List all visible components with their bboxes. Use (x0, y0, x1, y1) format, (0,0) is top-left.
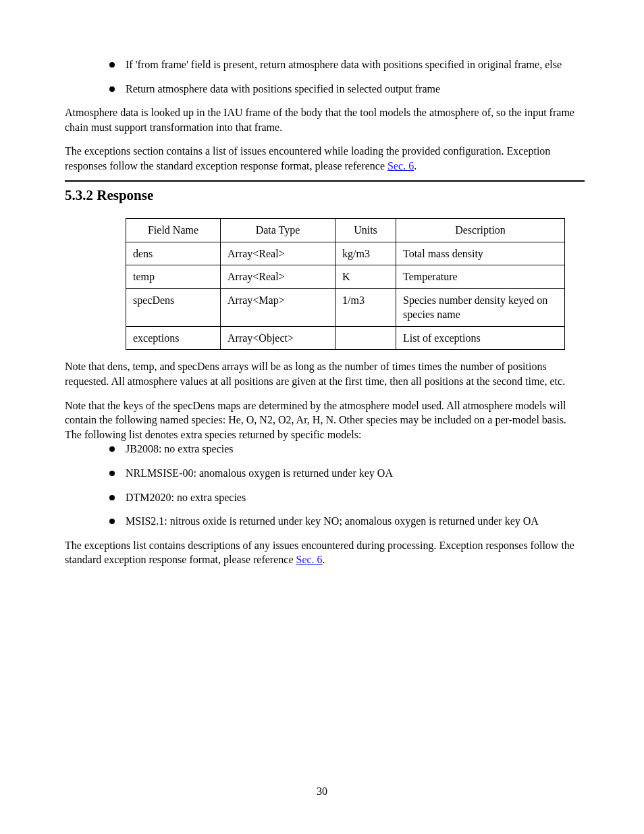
table-row: dens Array<Real> kg/m3 Total mass densit… (126, 242, 565, 265)
cell-field-name: dens (126, 242, 221, 265)
cell-description: Species number density keyed on species … (396, 288, 565, 326)
cell-data-type: Array<Object> (221, 326, 336, 350)
list-item: Return atmosphere data with positions sp… (65, 82, 585, 97)
list-item: NRLMSISE-00: anomalous oxygen is returne… (65, 466, 585, 481)
model-detail: no extra species (164, 443, 233, 454)
bullet-text: Return atmosphere data with positions sp… (126, 82, 585, 97)
bullet-dot-icon (109, 446, 115, 452)
table-row: temp Array<Real> K Temperature (126, 265, 565, 289)
bullet-text: DTM2020: no extra species (126, 490, 585, 505)
cell-field-name: specDens (126, 288, 221, 326)
cell-data-type: Array<Real> (221, 242, 336, 265)
top-bullet-list: If 'from frame' field is present, return… (65, 57, 585, 96)
text: , and (154, 361, 178, 372)
table-header-row: Field Name Data Type Units Description (126, 218, 565, 242)
paragraph: Note that dens, temp, and specDens array… (65, 359, 585, 388)
bullet-text: JB2008: no extra species (126, 442, 585, 457)
bullet-text: MSIS2.1: nitrous oxide is returned under… (126, 514, 585, 529)
code-text: specDens (173, 400, 215, 411)
cell-description: Temperature (396, 265, 565, 289)
model-name: DTM2020: (126, 492, 177, 503)
cell-units: K (336, 265, 396, 289)
cell-units: kg/m3 (336, 242, 396, 265)
text: . (323, 554, 325, 565)
cell-description: List of exceptions (396, 326, 565, 350)
paragraph-text: The exceptions section contains a list o… (65, 145, 550, 172)
section-link[interactable]: Sec. 6 (387, 160, 414, 172)
code-text: dens (107, 361, 127, 372)
paragraph-text: . (414, 160, 417, 172)
code-text: specDens (178, 361, 219, 372)
col-header-description: Description (396, 218, 565, 242)
bullet-dot-icon (109, 495, 115, 500)
table-row: exceptions Array<Object> List of excepti… (126, 326, 565, 350)
paragraph: The exceptions section contains a list o… (65, 144, 585, 173)
cell-units (336, 326, 396, 350)
model-name: MSIS2.1: (126, 515, 170, 527)
col-header-units: Units (336, 218, 396, 242)
bullet-text: If 'from frame' field is present, return… (126, 57, 585, 72)
model-detail: nitrous oxide is returned under key NO; … (170, 515, 539, 527)
bullet-dot-icon (109, 86, 115, 92)
paragraph: Atmosphere data is looked up in the IAU … (65, 105, 585, 134)
page-number: 30 (0, 784, 644, 799)
cell-units: 1/m3 (336, 288, 396, 326)
table-row: specDens Array<Map> 1/m3 Species number … (126, 288, 565, 326)
list-item: MSIS2.1: nitrous oxide is returned under… (65, 514, 585, 529)
list-item: If 'from frame' field is present, return… (65, 57, 585, 72)
response-table: Field Name Data Type Units Description d… (126, 218, 565, 350)
cell-field-name: temp (126, 265, 221, 289)
cell-data-type: Array<Map> (221, 288, 336, 326)
section-divider (65, 180, 585, 182)
model-name: NRLMSISE-00: (126, 467, 199, 479)
bullet-dot-icon (109, 471, 115, 476)
code-text: temp (132, 361, 154, 372)
bullet-dot-icon (109, 62, 115, 68)
page-content: If 'from frame' field is present, return… (65, 57, 585, 567)
model-name: JB2008: (126, 443, 164, 454)
col-header-field-name: Field Name (126, 218, 221, 242)
cell-data-type: Array<Real> (221, 265, 336, 289)
text: Note that (65, 361, 107, 372)
paragraph: The exceptions list contains description… (65, 538, 585, 567)
model-detail: anomalous oxygen is returned under key O… (199, 467, 393, 479)
model-detail: no extra species (177, 492, 246, 503)
section-link[interactable]: Sec. 6 (296, 554, 323, 565)
col-header-data-type: Data Type (221, 218, 336, 242)
list-item: DTM2020: no extra species (65, 490, 585, 505)
bullet-text: NRLMSISE-00: anomalous oxygen is returne… (126, 466, 585, 481)
text: Note that the keys of the (65, 400, 173, 411)
cell-description: Total mass density (396, 242, 565, 265)
paragraph: Note that the keys of the specDens maps … (65, 398, 585, 442)
model-species-list: JB2008: no extra species NRLMSISE-00: an… (65, 442, 585, 528)
cell-field-name: exceptions (126, 326, 221, 350)
section-heading: 5.3.2 Response (65, 186, 585, 205)
bullet-dot-icon (109, 519, 115, 524)
list-item: JB2008: no extra species (65, 442, 585, 457)
